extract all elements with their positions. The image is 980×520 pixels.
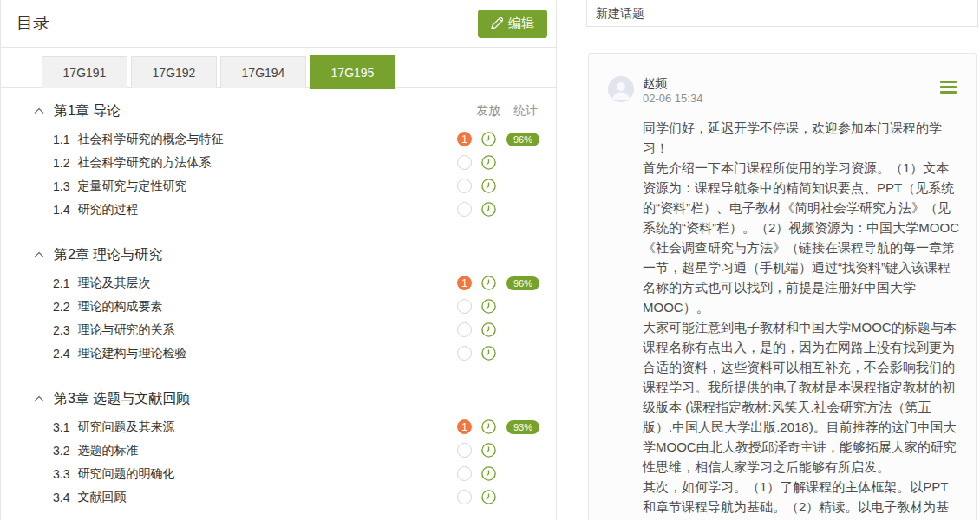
task-count-badge[interactable] xyxy=(457,179,472,193)
section-row[interactable]: 1.1 社会科学研究的概念与特征 1 96% xyxy=(1,127,556,151)
section-number: 3.3 xyxy=(53,467,69,481)
clock-icon[interactable] xyxy=(481,132,496,146)
section-row[interactable]: 1.3 定量研究与定性研究 xyxy=(1,174,556,198)
new-topic-button[interactable]: 新建话题 xyxy=(586,0,978,27)
row-controls xyxy=(457,346,539,361)
section-title: 研究的过程 xyxy=(77,202,457,218)
clock-icon[interactable] xyxy=(481,346,496,361)
chapter-section: 第1章 导论 发放 统计 1.1 社会科学研究的概念与特征 1 96% 1.2 … xyxy=(1,94,556,221)
clock-icon[interactable] xyxy=(481,179,496,193)
post-header: 赵频 02-06 15:34 xyxy=(589,54,976,107)
clock-icon[interactable] xyxy=(481,322,496,337)
post-timestamp: 02-06 15:34 xyxy=(643,91,702,107)
section-title: 研究问题及其来源 xyxy=(77,419,457,435)
section-row[interactable]: 2.2 理论的构成要素 xyxy=(1,295,556,318)
section-title: 研究问题的明确化 xyxy=(77,466,457,482)
tab-17G195[interactable]: 17G195 xyxy=(310,55,395,89)
post-body: 同学们好，延迟开学不停课，欢迎参加本门课程的学习！ 首先介绍一下本门课程所使用的… xyxy=(589,107,976,520)
row-controls xyxy=(457,202,539,217)
edit-button-label: 编辑 xyxy=(508,16,534,32)
section-row[interactable]: 2.3 理论与研究的关系 xyxy=(1,318,556,341)
task-count-badge[interactable] xyxy=(457,155,472,170)
section-number: 2.2 xyxy=(53,300,69,314)
chapter-header[interactable]: 第2章 理论与研究 xyxy=(1,238,556,271)
section-title: 理论的构成要素 xyxy=(77,299,457,315)
clock-icon[interactable] xyxy=(481,202,496,217)
chevron-up-icon xyxy=(34,107,44,114)
chapter-title: 第1章 导论 xyxy=(54,102,121,120)
toc-header: 目录 编辑 xyxy=(1,0,556,48)
section-row[interactable]: 3.4 文献回顾 xyxy=(1,485,556,509)
task-count-badge[interactable] xyxy=(457,202,472,217)
section-number: 3.2 xyxy=(53,444,69,458)
stat-badge[interactable]: 96% xyxy=(506,276,539,290)
chevron-up-icon xyxy=(34,395,44,402)
task-count-badge[interactable]: 1 xyxy=(457,419,472,434)
section-number: 2.1 xyxy=(53,276,69,290)
section-number: 3.1 xyxy=(53,420,69,434)
section-row[interactable]: 3.3 研究问题的明确化 xyxy=(1,462,556,485)
section-row[interactable]: 2.1 理论及其层次 1 96% xyxy=(1,271,556,295)
tab-17G191[interactable]: 17G191 xyxy=(42,56,127,88)
stat-badge[interactable]: 93% xyxy=(506,420,539,434)
chevron-up-icon xyxy=(34,251,44,258)
edit-button[interactable]: 编辑 xyxy=(478,10,547,38)
chapter-section: 第3章 选题与文献回顾 3.1 研究问题及其来源 1 93% 3.2 选题的标准 xyxy=(1,382,556,509)
section-number: 2.4 xyxy=(53,347,69,361)
section-row[interactable]: 1.2 社会科学研究的方法体系 xyxy=(1,151,556,174)
chapter-header[interactable]: 第1章 导论 发放 统计 xyxy=(1,94,556,127)
task-count-badge[interactable] xyxy=(457,466,472,481)
clock-icon[interactable] xyxy=(481,490,496,504)
clock-icon[interactable] xyxy=(481,466,496,481)
task-count-badge[interactable] xyxy=(457,443,472,458)
row-controls xyxy=(457,466,539,481)
clock-icon[interactable] xyxy=(481,443,496,458)
page-title: 目录 xyxy=(16,12,49,35)
row-controls xyxy=(457,179,539,193)
section-number: 1.2 xyxy=(53,156,69,170)
tab-17G194[interactable]: 17G194 xyxy=(220,56,306,88)
row-controls: 1 96% xyxy=(457,276,539,290)
row-controls xyxy=(457,322,539,337)
clock-icon[interactable] xyxy=(481,276,496,290)
row-controls: 1 93% xyxy=(457,419,539,434)
section-row[interactable]: 3.2 选题的标准 xyxy=(1,439,556,462)
section-row[interactable]: 3.1 研究问题及其来源 1 93% xyxy=(1,415,556,439)
task-count-badge[interactable]: 1 xyxy=(457,276,472,290)
clock-icon[interactable] xyxy=(481,299,496,314)
clock-icon[interactable] xyxy=(481,419,496,434)
author-name: 赵频 xyxy=(643,76,702,91)
row-controls xyxy=(457,490,539,504)
clock-icon[interactable] xyxy=(481,155,496,170)
task-count-badge[interactable] xyxy=(457,299,472,314)
chapter-title: 第3章 选题与文献回顾 xyxy=(54,390,190,408)
tab-17G192[interactable]: 17G192 xyxy=(131,56,217,88)
section-row[interactable]: 2.4 理论建构与理论检验 xyxy=(1,341,556,365)
row-controls: 1 96% xyxy=(457,132,539,146)
toc-panel: 目录 编辑 17G191 17G192 17G194 17G195 第1章 导论… xyxy=(0,0,557,520)
section-title: 理论与研究的关系 xyxy=(77,322,457,338)
chapter-list: 第1章 导论 发放 统计 1.1 社会科学研究的概念与特征 1 96% 1.2 … xyxy=(1,88,556,509)
section-title: 理论及其层次 xyxy=(77,276,457,291)
row-controls xyxy=(457,443,539,458)
task-count-badge[interactable] xyxy=(457,322,472,337)
hamburger-menu-icon[interactable] xyxy=(938,79,958,95)
section-title: 文献回顾 xyxy=(77,490,457,505)
discussion-panel: 新建话题 赵频 02-06 15:34 同学们好，延迟开学不停课，欢迎参加本门课… xyxy=(586,0,978,520)
task-count-badge[interactable]: 1 xyxy=(457,132,472,146)
class-tab-bar: 17G191 17G192 17G194 17G195 xyxy=(1,48,556,88)
section-title: 社会科学研究的方法体系 xyxy=(77,155,457,171)
section-row[interactable]: 1.4 研究的过程 xyxy=(1,198,556,221)
post-paragraph: 首先介绍一下本门课程所使用的学习资源。（1）文本资源为：课程导航条中的精简知识要… xyxy=(643,158,960,317)
section-title: 选题的标准 xyxy=(77,443,457,458)
task-count-badge[interactable] xyxy=(457,490,472,504)
task-count-badge[interactable] xyxy=(457,346,472,361)
section-title: 社会科学研究的概念与特征 xyxy=(77,132,457,147)
section-number: 2.3 xyxy=(53,323,69,337)
pencil-icon xyxy=(491,17,503,29)
stat-badge[interactable]: 96% xyxy=(506,133,539,146)
chapter-title: 第2章 理论与研究 xyxy=(54,246,162,264)
chapter-header[interactable]: 第3章 选题与文献回顾 xyxy=(1,382,556,415)
row-controls xyxy=(457,155,539,170)
post-paragraph: 同学们好，延迟开学不停课，欢迎参加本门课程的学习！ xyxy=(643,118,960,158)
